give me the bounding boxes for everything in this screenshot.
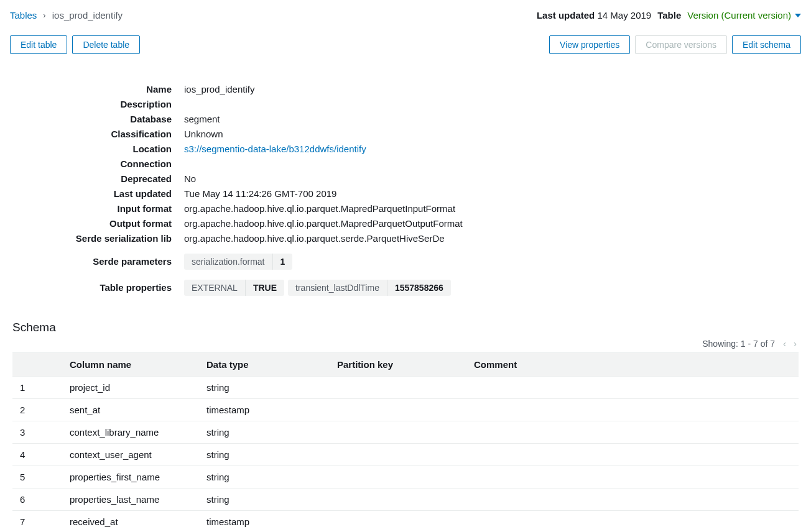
caret-down-icon: [795, 12, 801, 19]
table-row: 1project_idstring: [12, 377, 799, 399]
label-classification: Classification: [53, 129, 184, 139]
breadcrumb-current: ios_prod_identify: [52, 10, 123, 21]
table-row: 2sent_attimestamp: [12, 399, 799, 421]
col-header-column-name: Column name: [62, 353, 199, 377]
delete-table-button[interactable]: Delete table: [72, 35, 140, 54]
table-label: Table: [657, 10, 681, 21]
table-details: Nameios_prod_identify Description Databa…: [53, 84, 613, 296]
cell-type: string: [199, 421, 330, 444]
cell-comment: [466, 511, 799, 533]
cell-pk: [330, 466, 466, 488]
kv-value: TRUE: [245, 280, 284, 296]
cell-type: timestamp: [199, 511, 330, 533]
view-properties-button[interactable]: View properties: [549, 35, 630, 54]
cell-pk: [330, 377, 466, 399]
label-name: Name: [53, 84, 184, 94]
value-name: ios_prod_identify: [184, 84, 254, 94]
cell-type: string: [199, 444, 330, 466]
edit-table-button[interactable]: Edit table: [10, 35, 67, 54]
cell-name: sent_at: [62, 399, 199, 421]
value-input-format: org.apache.hadoop.hive.ql.io.parquet.Map…: [184, 203, 455, 214]
label-deprecated: Deprecated: [53, 173, 184, 184]
value-deprecated: No: [184, 173, 196, 184]
schema-table: Column name Data type Partition key Comm…: [12, 352, 799, 532]
serde-params: serialization.format1: [184, 254, 292, 270]
col-header-partition-key: Partition key: [330, 353, 466, 377]
kv-value: 1557858266: [387, 280, 451, 296]
value-serde-lib: org.apache.hadoop.hive.ql.io.parquet.ser…: [184, 233, 445, 244]
cell-type: string: [199, 466, 330, 488]
value-output-format: org.apache.hadoop.hive.ql.io.parquet.Map…: [184, 218, 463, 229]
schema-title: Schema: [12, 321, 799, 334]
cell-name: properties_last_name: [62, 488, 199, 511]
cell-name: context_user_agent: [62, 444, 199, 466]
cell-pk: [330, 511, 466, 533]
table-row: 7received_attimestamp: [12, 511, 799, 533]
cell-name: properties_first_name: [62, 466, 199, 488]
cell-idx: 2: [12, 399, 62, 421]
cell-pk: [330, 399, 466, 421]
kv-key: transient_lastDdlTime: [288, 280, 387, 296]
schema-showing-text: Showing: 1 - 7 of 7: [702, 339, 775, 349]
pagination-next-icon[interactable]: ›: [792, 338, 799, 349]
compare-versions-button: Compare versions: [635, 35, 727, 54]
header-meta: Last updated 14 May 2019 Table Version (…: [537, 10, 801, 21]
last-updated-value: 14 May 2019: [597, 10, 651, 21]
table-row: 5properties_first_namestring: [12, 466, 799, 488]
cell-comment: [466, 399, 799, 421]
chevron-right-icon: ›: [43, 11, 45, 20]
kv-tag: EXTERNALTRUE: [184, 280, 284, 296]
label-description: Description: [53, 99, 184, 109]
cell-comment: [466, 488, 799, 511]
label-database: Database: [53, 114, 184, 124]
version-label: Version (Current version): [687, 10, 791, 21]
cell-pk: [330, 421, 466, 444]
table-row: 4context_user_agentstring: [12, 444, 799, 466]
value-database: segment: [184, 114, 220, 124]
label-table-props: Table properties: [53, 282, 184, 293]
cell-idx: 6: [12, 488, 62, 511]
kv-tag: serialization.format1: [184, 254, 292, 270]
kv-key: serialization.format: [184, 254, 272, 270]
cell-idx: 3: [12, 421, 62, 444]
cell-comment: [466, 444, 799, 466]
cell-idx: 1: [12, 377, 62, 399]
table-row: 6properties_last_namestring: [12, 488, 799, 511]
cell-comment: [466, 377, 799, 399]
label-last-updated: Last updated: [53, 188, 184, 199]
cell-idx: 4: [12, 444, 62, 466]
label-input-format: Input format: [53, 203, 184, 214]
value-location-link[interactable]: s3://segmentio-data-lake/b312ddwfs/ident…: [184, 144, 366, 154]
label-serde-params: Serde parameters: [53, 256, 184, 267]
kv-value: 1: [272, 254, 293, 270]
value-classification: Unknown: [184, 129, 223, 139]
col-header-data-type: Data type: [199, 353, 330, 377]
cell-idx: 5: [12, 466, 62, 488]
table-row: 3context_library_namestring: [12, 421, 799, 444]
kv-tag: transient_lastDdlTime1557858266: [288, 280, 451, 296]
cell-comment: [466, 466, 799, 488]
version-dropdown[interactable]: Version (Current version): [687, 10, 801, 21]
label-connection: Connection: [53, 158, 184, 169]
cell-name: received_at: [62, 511, 199, 533]
cell-idx: 7: [12, 511, 62, 533]
label-location: Location: [53, 144, 184, 154]
breadcrumb-root-link[interactable]: Tables: [10, 10, 37, 21]
cell-pk: [330, 444, 466, 466]
last-updated-label: Last updated: [537, 10, 595, 21]
breadcrumb: Tables › ios_prod_identify: [10, 10, 123, 21]
cell-name: context_library_name: [62, 421, 199, 444]
kv-key: EXTERNAL: [184, 280, 245, 296]
cell-type: timestamp: [199, 399, 330, 421]
pagination-prev-icon[interactable]: ‹: [781, 338, 788, 349]
label-serde-lib: Serde serialization lib: [53, 233, 184, 244]
edit-schema-button[interactable]: Edit schema: [732, 35, 801, 54]
cell-type: string: [199, 377, 330, 399]
cell-name: project_id: [62, 377, 199, 399]
cell-type: string: [199, 488, 330, 511]
table-props: EXTERNALTRUEtransient_lastDdlTime1557858…: [184, 280, 451, 296]
cell-pk: [330, 488, 466, 511]
cell-comment: [466, 421, 799, 444]
label-output-format: Output format: [53, 218, 184, 229]
value-last-updated: Tue May 14 11:24:26 GMT-700 2019: [184, 188, 336, 199]
